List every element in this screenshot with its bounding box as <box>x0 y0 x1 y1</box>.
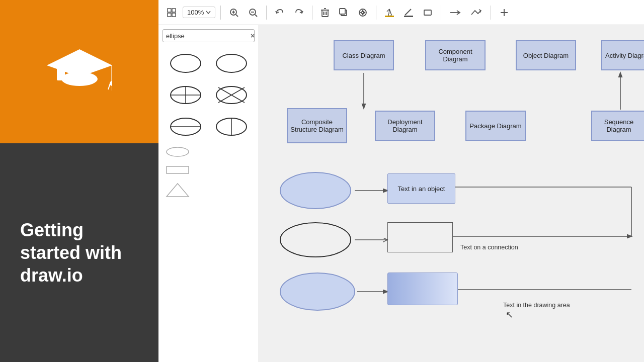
redo-icon <box>294 8 303 17</box>
connection-style-button[interactable] <box>446 7 464 19</box>
svg-marker-30 <box>360 11 362 14</box>
deployment-diagram-label: Deployment Diagram <box>376 118 434 133</box>
delete-button[interactable] <box>317 6 333 20</box>
sequence-diagram-node[interactable]: Sequence Diagram <box>591 111 644 141</box>
waypoint-icon <box>471 9 482 17</box>
svg-marker-52 <box>167 184 189 197</box>
insert-icon <box>500 8 509 17</box>
small-shape-items <box>163 144 255 200</box>
svg-point-2 <box>61 72 98 86</box>
canvas-textbox-3[interactable] <box>387 273 458 305</box>
svg-rect-9 <box>172 9 176 12</box>
object-diagram-node[interactable]: Object Diagram <box>516 40 576 70</box>
shape-item-ellipse-cross[interactable] <box>165 81 207 109</box>
ellipse-x-icon <box>215 85 248 105</box>
canvas-ellipse-2[interactable] <box>279 221 352 259</box>
deployment-diagram-node[interactable]: Deployment Diagram <box>375 111 435 141</box>
duplicate-button[interactable] <box>336 6 352 20</box>
zoom-chevron-icon <box>206 11 211 14</box>
toolbar-separator-3 <box>312 6 312 20</box>
svg-rect-35 <box>404 16 413 17</box>
svg-point-63 <box>280 223 351 257</box>
svg-line-15 <box>236 15 238 17</box>
canvas-area: Class Diagram Component Diagram Object D… <box>259 25 644 362</box>
shapes-sidebar: × <box>158 25 259 362</box>
content-area: × <box>158 25 644 362</box>
component-diagram-label: Component Diagram <box>426 48 485 63</box>
zoom-out-button[interactable] <box>245 6 261 20</box>
svg-rect-36 <box>424 10 431 15</box>
canvas-textbox-1[interactable]: Text in an object <box>387 173 455 204</box>
zoom-control[interactable]: 100% <box>183 7 215 18</box>
ellipse-halved-h-icon <box>170 117 202 137</box>
ellipse-plain-icon <box>170 54 201 73</box>
small-ellipse-icon <box>166 146 190 157</box>
svg-rect-11 <box>172 13 176 17</box>
sequence-diagram-label: Sequence Diagram <box>592 118 644 133</box>
zoom-in-button[interactable] <box>226 6 242 20</box>
undo-button[interactable] <box>272 6 288 20</box>
svg-rect-26 <box>340 9 345 14</box>
shape-item-ellipse-1[interactable] <box>165 49 207 77</box>
object-diagram-label: Object Diagram <box>523 52 569 59</box>
line-color-button[interactable] <box>400 6 417 20</box>
text-in-drawing-area-label: Text in the drawing area <box>503 302 570 309</box>
zoom-out-icon <box>249 8 258 17</box>
zoom-value: 100% <box>187 9 204 16</box>
composite-structure-label: Composite Structure Diagram <box>288 118 346 133</box>
small-rect-item[interactable] <box>163 162 255 177</box>
toolbar-separator-5 <box>441 6 441 20</box>
toolbar-separator-2 <box>266 6 267 20</box>
duplicate-icon <box>339 8 348 17</box>
ellipse-plain-thick-icon <box>216 54 247 73</box>
package-diagram-node[interactable]: Package Diagram <box>465 111 526 141</box>
ellipse-cross-icon <box>170 85 202 105</box>
small-triangle-item[interactable] <box>163 180 255 200</box>
text-in-object-label: Text in an object <box>398 185 445 193</box>
canvas-textbox-2[interactable] <box>387 222 453 252</box>
shape-item-ellipse-half-h[interactable] <box>165 113 207 140</box>
svg-line-5 <box>108 83 110 89</box>
package-diagram-label: Package Diagram <box>469 122 521 130</box>
svg-rect-51 <box>167 166 189 173</box>
search-box[interactable]: × <box>163 29 255 42</box>
arrange-button[interactable] <box>355 6 371 20</box>
shape-item-ellipse-x[interactable] <box>211 81 253 109</box>
text-on-connection-label: Text on a connection <box>460 244 518 251</box>
canvas-ellipse-1[interactable] <box>279 171 352 210</box>
undo-icon <box>275 8 284 17</box>
class-diagram-label: Class Diagram <box>342 52 385 59</box>
svg-rect-8 <box>168 9 171 12</box>
shape-item-ellipse-2[interactable] <box>211 49 253 77</box>
line-color-icon <box>404 8 413 17</box>
shape-item-ellipse-half-v[interactable] <box>211 113 253 140</box>
search-input[interactable] <box>166 32 251 40</box>
shape-style-button[interactable] <box>420 6 436 20</box>
svg-line-34 <box>405 9 411 15</box>
shapes-grid <box>163 47 255 142</box>
tagline-text: Getting started with draw.io <box>20 219 138 287</box>
page-view-icon <box>167 8 176 17</box>
orange-header <box>0 0 158 143</box>
canvas-ellipse-3[interactable] <box>279 272 356 312</box>
small-rect-icon <box>166 164 190 175</box>
activity-diagram-label: Activity Diagram <box>605 52 644 59</box>
composite-structure-node[interactable]: Composite Structure Diagram <box>287 108 347 143</box>
svg-line-18 <box>255 15 257 17</box>
fill-color-icon <box>385 8 394 17</box>
fill-color-button[interactable] <box>381 6 397 20</box>
insert-button[interactable] <box>496 6 512 20</box>
toolbar: 100% <box>158 0 644 25</box>
arrange-icon <box>358 8 367 17</box>
redo-button[interactable] <box>291 6 307 20</box>
svg-point-62 <box>280 172 351 209</box>
search-clear-button[interactable]: × <box>251 32 255 40</box>
page-view-button[interactable] <box>164 6 180 20</box>
component-diagram-node[interactable]: Component Diagram <box>425 40 486 70</box>
graduation-cap-icon <box>47 39 112 105</box>
class-diagram-node[interactable]: Class Diagram <box>334 40 394 70</box>
waypoint-button[interactable] <box>467 6 486 19</box>
svg-rect-10 <box>168 13 171 17</box>
small-ellipse-item[interactable] <box>163 144 255 159</box>
activity-diagram-node[interactable]: Activity Diagram <box>601 40 644 70</box>
